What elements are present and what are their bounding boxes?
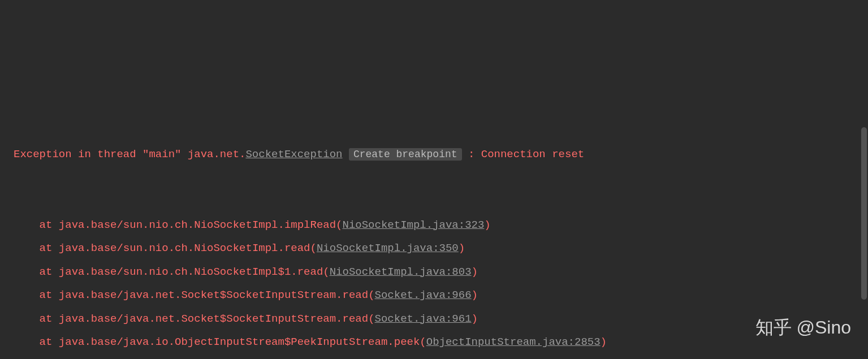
stack-at-prefix: at xyxy=(14,242,59,254)
stack-frame: at java.base/sun.nio.ch.NioSocketImpl.re… xyxy=(14,237,868,261)
source-link[interactable]: NioSocketImpl.java:803 xyxy=(330,266,472,278)
create-breakpoint-button[interactable]: Create breakpoint xyxy=(349,148,462,161)
stack-at-prefix: at xyxy=(14,266,59,278)
stack-location: java.base/java.net.Socket$SocketInputStr… xyxy=(59,289,368,301)
stack-at-prefix: at xyxy=(14,289,59,301)
source-link[interactable]: NioSocketImpl.java:323 xyxy=(343,219,485,231)
close-paren: ) xyxy=(472,313,478,325)
stack-at-prefix: at xyxy=(14,336,59,348)
stack-at-prefix: at xyxy=(14,313,59,325)
stack-frame: at java.base/java.io.ObjectInputStream$B… xyxy=(14,354,868,360)
vertical-scrollbar[interactable] xyxy=(861,127,867,300)
close-paren: ) xyxy=(484,219,490,231)
close-paren: ) xyxy=(472,289,478,301)
close-paren: ) xyxy=(459,242,465,254)
stack-location: java.base/sun.nio.ch.NioSocketImpl.implR… xyxy=(59,219,336,231)
stack-frame: at java.base/java.net.Socket$SocketInput… xyxy=(14,284,868,308)
source-link[interactable]: Socket.java:966 xyxy=(375,289,472,301)
open-paren: ( xyxy=(368,313,374,325)
stack-frame: at java.base/java.io.ObjectInputStream$P… xyxy=(14,331,868,354)
open-paren: ( xyxy=(368,289,374,301)
source-link[interactable]: Socket.java:961 xyxy=(375,313,472,325)
exception-message: : Connection reset xyxy=(468,148,584,161)
open-paren: ( xyxy=(420,336,426,348)
stack-frame: at java.base/sun.nio.ch.NioSocketImpl.im… xyxy=(14,214,868,237)
open-paren: ( xyxy=(336,219,342,231)
exception-header: Exception in thread "main" java.net.Sock… xyxy=(14,143,868,167)
exception-prefix: Exception in thread "main" java.net. xyxy=(14,148,245,161)
stack-location: java.base/java.net.Socket$SocketInputStr… xyxy=(59,313,368,325)
stack-location: java.base/sun.nio.ch.NioSocketImpl.read xyxy=(59,242,310,254)
stack-frame: at java.base/java.net.Socket$SocketInput… xyxy=(14,308,868,331)
stack-location: java.base/java.io.ObjectInputStream$Peek… xyxy=(59,336,420,348)
stack-location: java.base/sun.nio.ch.NioSocketImpl$1.rea… xyxy=(59,266,323,278)
source-link[interactable]: NioSocketImpl.java:350 xyxy=(317,242,459,254)
stack-at-prefix: at xyxy=(14,219,59,231)
open-paren: ( xyxy=(323,266,329,278)
close-paren: ) xyxy=(472,266,478,278)
close-paren: ) xyxy=(601,336,607,348)
console-output: Exception in thread "main" java.net.Sock… xyxy=(0,96,868,359)
source-link[interactable]: ObjectInputStream.java:2853 xyxy=(426,336,601,348)
exception-class-link[interactable]: SocketException xyxy=(245,148,342,161)
stack-frame: at java.base/sun.nio.ch.NioSocketImpl$1.… xyxy=(14,261,868,284)
open-paren: ( xyxy=(310,242,317,254)
